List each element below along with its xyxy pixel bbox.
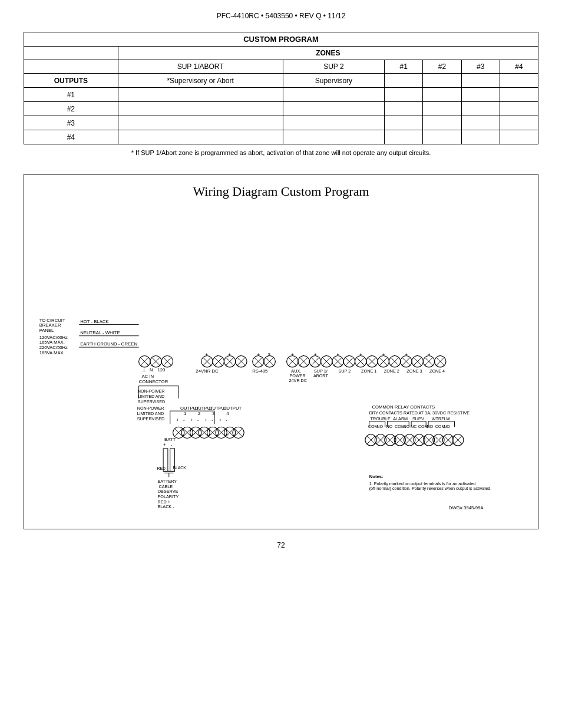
row-2-3 [461,102,500,116]
svg-text:-: - [394,352,395,357]
output-3 [461,74,500,88]
alarm-label: ALARM [393,416,408,421]
120-label: 120 [157,367,165,373]
aux-24vr-label: 24VR DC [289,378,308,383]
no3-label: NO [404,424,410,429]
supv-label: SUPV [412,416,424,421]
svg-text:+: + [428,352,431,357]
row-4-2 [423,130,461,144]
col-sup2: SUP 2 [283,60,385,74]
zone2-top-label: ZONE 2 [384,368,399,374]
output-sup2: Supervisory [283,74,385,88]
voltage-label1: 120VAC/60Hz [39,335,68,340]
row-1-1 [385,88,423,102]
nc1-label: NC [411,424,416,429]
row-3-label: #3 [24,116,118,130]
circuit-breaker-label2: BREAKER [39,322,61,328]
zone3-top-label: ZONE 3 [406,368,422,374]
row-4-4 [500,130,538,144]
circuit-breaker-label: TO CIRCUIT [39,318,65,323]
notes-label: Notes: [369,474,384,479]
row-2-sup2 [283,102,385,116]
battery-polarity-label: POLARITY [157,494,178,499]
sup1abort-label2: ABORT [313,373,328,378]
wiring-diagram-svg: TO CIRCUIT BREAKER PANEL 120VAC/60Hz 165… [34,211,528,518]
zone4-top-label: ZONE 4 [429,368,445,374]
voltage-label4: 185VA MAX. [39,350,65,355]
page-header: PFC-4410RC • 5403550 • REV Q • 11/12 [24,12,538,20]
zone-connector-group: + - AUX. POWER 24VR DC + - SUP 1/ ABORT … [287,352,446,383]
n-label: N [150,367,153,373]
wiring-diagram-title: Wiring Diagram Custom Program [34,184,528,199]
note1-text: 1. Polarity marked on output terminals i… [369,481,476,486]
hot-black-label: HOT - BLACK [80,319,109,324]
note1-text2: (off-normal) condition. Polarity reverse… [369,486,492,491]
vnr24-label: 24VNR DC [196,368,219,374]
row-2-sup1 [118,102,283,116]
svg-text:+: + [190,417,193,423]
voltage-label3: 220VAC/50Hz [39,345,68,350]
red-label: RED [157,466,166,470]
row-4-3 [461,130,500,144]
table-title: CUSTOM PROGRAM [24,32,538,47]
svg-text:+: + [206,352,209,357]
row-3-sup2 [283,116,385,130]
common-relay-label: COMMON RELAY CONTACTS [372,404,435,410]
output-4 [500,74,538,88]
circuit-breaker-label3: PANEL [39,328,54,333]
row-2-label: #2 [24,102,118,116]
dwg-number: DWG# 3545-99A [449,505,484,510]
svg-text:-: - [439,352,441,357]
row-3-sup1 [118,116,283,130]
svg-text:-: - [371,352,373,357]
custom-program-table: CUSTOM PROGRAM ZONES SUP 1/ABORT SUP 2 #… [24,32,538,144]
zone1-top-label: ZONE 1 [361,368,376,374]
output4-num: 4 [226,411,229,416]
row-4-sup2 [283,130,385,144]
ac-in-connector-label: CONNECTOR [139,379,168,384]
svg-text:-: - [211,417,213,423]
output2-num: 2 [198,411,200,416]
header-text: PFC-4410RC • 5403550 • REV Q • 11/12 [217,12,346,20]
neutral-white-label: NEUTRAL - WHITE [80,330,120,335]
no5-label: NO [444,424,450,429]
svg-text:-: - [197,417,199,423]
rs485-connector-group [253,356,276,367]
trouble-label: TROUBLE [371,416,391,421]
svg-text:+: + [219,417,222,423]
row-1-sup2 [283,88,385,102]
col-3: #3 [461,60,500,74]
non-power-label1: NON-POWER [138,388,165,394]
output4-label: OUTPUT [223,406,242,411]
battery-black-label: BLACK - [157,504,174,509]
earth-ground-label: EARTH GROUND - GREEN [80,341,137,347]
row-3-2 [423,116,461,130]
row-1-3 [461,88,500,102]
output-connector-group [173,427,244,438]
output-sup1: *Supervisory or Abort [118,74,283,88]
zones-label: ZONES [118,47,538,60]
svg-text:-: - [217,352,219,357]
col-4: #4 [500,60,538,74]
rs485-label: RS-485 [252,368,267,374]
row-2-2 [423,102,461,116]
black-label: BLACK [173,466,187,470]
svg-text:-: - [325,352,327,357]
wtrflw-label: WTRFLW [432,416,450,421]
ground-symbol: ⊥ [142,367,146,373]
row-2-4 [500,102,538,116]
battery-red-label: RED + [157,499,170,505]
battery-cable-label: BATTERY [157,479,177,484]
svg-text:-: - [240,352,242,357]
svg-text:+: + [405,352,408,357]
page-number: 72 [24,541,538,549]
wiring-diagram-box: Wiring Diagram Custom Program TO CIRCUIT… [24,174,538,529]
outputs-label: OUTPUTS [24,74,118,88]
svg-text:+: + [176,417,179,423]
sup2-top-label: SUP 2 [339,368,351,374]
ac-connector-group [139,356,173,367]
non-power-label2: LIMITED AND [138,394,164,399]
svg-text:+: + [257,352,260,357]
svg-text:+: + [205,417,208,423]
output-1 [385,74,423,88]
